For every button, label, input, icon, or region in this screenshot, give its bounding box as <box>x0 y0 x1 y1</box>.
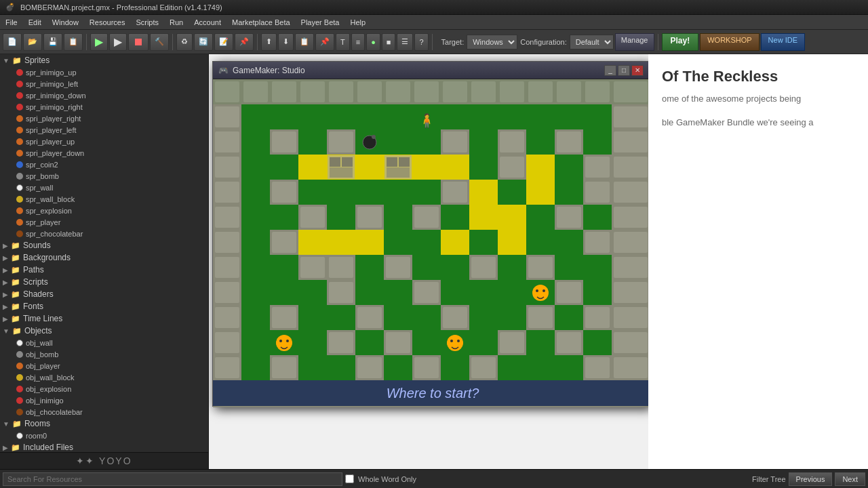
maximize-button[interactable]: □ <box>618 65 630 76</box>
svg-rect-264 <box>384 355 412 380</box>
sidebar-item-included-files[interactable]: ▶ 📁 Included Files <box>0 441 208 452</box>
close-button[interactable]: ✕ <box>631 65 644 76</box>
list-item[interactable]: spr_coin2 <box>0 159 208 170</box>
rooms-arrow: ▼ <box>3 420 9 428</box>
list-item[interactable]: room0 <box>0 430 208 441</box>
list-item[interactable]: spri_player_left <box>0 124 208 136</box>
svg-rect-75 <box>215 157 239 178</box>
svg-rect-78 <box>298 155 327 180</box>
paste-btn[interactable]: 📌 <box>315 33 334 51</box>
sidebar-item-paths[interactable]: ▶ 📁 Paths <box>0 264 208 276</box>
align-btn[interactable]: ≡ <box>351 33 365 51</box>
minimize-button[interactable]: _ <box>604 65 616 76</box>
start-banner[interactable]: Where to start? <box>213 380 652 406</box>
menu-item-run[interactable]: Run <box>164 15 189 29</box>
new-ide-button[interactable]: New IDE <box>761 33 805 51</box>
menu-item-account[interactable]: Account <box>189 15 226 29</box>
stop-btn[interactable]: ⏹ <box>128 33 149 51</box>
copy-btn[interactable]: 📋 <box>295 33 314 51</box>
svg-rect-257 <box>241 355 270 380</box>
list-item[interactable]: obj_wall_block <box>0 371 208 383</box>
menu-item-edit[interactable]: Edit <box>23 15 47 29</box>
shaders-label: Shaders <box>23 289 54 299</box>
list-item[interactable]: obj_inimigo <box>0 394 208 406</box>
sidebar-item-rooms[interactable]: ▼ 📁 Rooms <box>0 418 208 430</box>
svg-rect-37 <box>327 104 355 129</box>
config-select[interactable]: Default <box>570 35 614 49</box>
sidebar-item-shaders[interactable]: ▶ 📁 Shaders <box>0 288 208 300</box>
new-btn[interactable]: 📄 <box>3 33 22 51</box>
svg-point-233 <box>279 340 282 342</box>
list-item[interactable]: obj_wall <box>0 337 208 348</box>
menu-item-resources[interactable]: Resources <box>84 15 131 29</box>
menu-item-help[interactable]: Help <box>344 15 371 29</box>
list-btn[interactable]: ☰ <box>397 33 413 51</box>
title-text: BOMBERMAN.project.gmx - Professional Edi… <box>20 3 222 12</box>
list-item[interactable]: spr_explosion <box>0 205 208 216</box>
list-item[interactable]: spr_wall_block <box>0 193 208 205</box>
menu-item-window[interactable]: Window <box>47 15 84 29</box>
gm-studio-dialog[interactable]: 🎮 GameMaker: Studio _ □ ✕ <box>212 61 650 407</box>
save-as-btn[interactable]: 📋 <box>64 33 83 51</box>
save-btn[interactable]: 💾 <box>43 33 62 51</box>
list-item[interactable]: spr_chocolatebar <box>0 228 208 239</box>
fonts-label: Fonts <box>23 302 43 311</box>
open-btn[interactable]: 📂 <box>23 33 42 51</box>
menu-item-scripts[interactable]: Scripts <box>130 15 164 29</box>
target-select[interactable]: Windows Linux Mac <box>467 35 517 49</box>
export-btn[interactable]: ⬆ <box>261 33 277 51</box>
list-item[interactable]: spr_wall <box>0 182 208 193</box>
menu-item-marketplace-beta[interactable]: Marketplace Beta <box>226 15 296 29</box>
list-item[interactable]: spri_player_up <box>0 136 208 147</box>
list-item[interactable]: spr_bomb <box>0 170 208 182</box>
list-item[interactable]: spri_player_right <box>0 113 208 124</box>
news-body: ome of the awesome projects being <box>662 92 854 106</box>
build-btn[interactable]: 🔨 <box>150 33 169 51</box>
sidebar-item-fonts[interactable]: ▶ 📁 Fonts <box>0 300 208 312</box>
list-item[interactable]: obj_player <box>0 360 208 371</box>
list-item[interactable]: obj_explosion <box>0 383 208 394</box>
search-input[interactable] <box>3 472 342 486</box>
circle-btn[interactable]: ● <box>366 33 380 51</box>
list-item[interactable]: spri_player_down <box>0 147 208 159</box>
run-btn[interactable]: ▶ <box>90 33 108 51</box>
previous-button[interactable]: Previous <box>789 472 833 486</box>
next-button[interactable]: Next <box>835 472 865 486</box>
whole-word-checkbox[interactable] <box>345 474 354 483</box>
sidebar-item-sprites[interactable]: ▼ 📁 Sprites <box>0 54 208 66</box>
import-btn[interactable]: ⬇ <box>278 33 294 51</box>
sidebar-item-timelines[interactable]: ▶ 📁 Time Lines <box>0 312 208 325</box>
svg-rect-225 <box>585 307 610 328</box>
sprite-icon <box>16 230 23 237</box>
list-item[interactable]: spr_inimigo_down <box>0 89 208 101</box>
manage-button[interactable]: Manage <box>615 33 654 51</box>
list-item[interactable]: spr_inimigo_up <box>0 66 208 78</box>
script-btn[interactable]: 📝 <box>214 33 233 51</box>
play-button[interactable]: Play! <box>662 33 699 51</box>
sidebar-item-backgrounds[interactable]: ▶ 📁 Backgrounds <box>0 251 208 264</box>
note-btn[interactable]: 📌 <box>235 33 254 51</box>
list-item[interactable]: spr_player <box>0 216 208 228</box>
debug-btn[interactable]: ▶ <box>109 33 127 51</box>
sidebar-item-scripts[interactable]: ▶ 📁 Scripts <box>0 276 208 288</box>
svg-rect-39 <box>384 104 412 129</box>
list-item[interactable]: spr_inimigo_left <box>0 78 208 89</box>
svg-point-199 <box>536 289 538 292</box>
menu-item-file[interactable]: File <box>0 15 23 29</box>
list-item[interactable]: spr_inimigo_right <box>0 101 208 113</box>
list-item[interactable]: obj_bomb <box>0 348 208 360</box>
tree-area[interactable]: ▼ 📁 Sprites spr_inimigo_up spr_inimigo_l… <box>0 54 208 452</box>
list-item[interactable]: obj_chocolatebar <box>0 406 208 418</box>
text-btn[interactable]: T <box>336 33 350 51</box>
workshop-button[interactable]: WORKSHOP <box>700 33 759 51</box>
square-btn[interactable]: ■ <box>382 33 396 51</box>
menu-item-player-beta[interactable]: Player Beta <box>296 15 345 29</box>
sidebar-item-objects[interactable]: ▼ 📁 Objects <box>0 325 208 337</box>
clean-btn[interactable]: ♻ <box>176 33 193 51</box>
refresh-btn[interactable]: 🔄 <box>194 33 213 51</box>
svg-rect-168 <box>329 257 353 278</box>
sidebar-item-sounds[interactable]: ▶ 📁 Sounds <box>0 239 208 251</box>
svg-rect-211 <box>298 305 327 330</box>
help-btn[interactable]: ? <box>414 33 428 51</box>
svg-rect-27 <box>557 81 581 102</box>
